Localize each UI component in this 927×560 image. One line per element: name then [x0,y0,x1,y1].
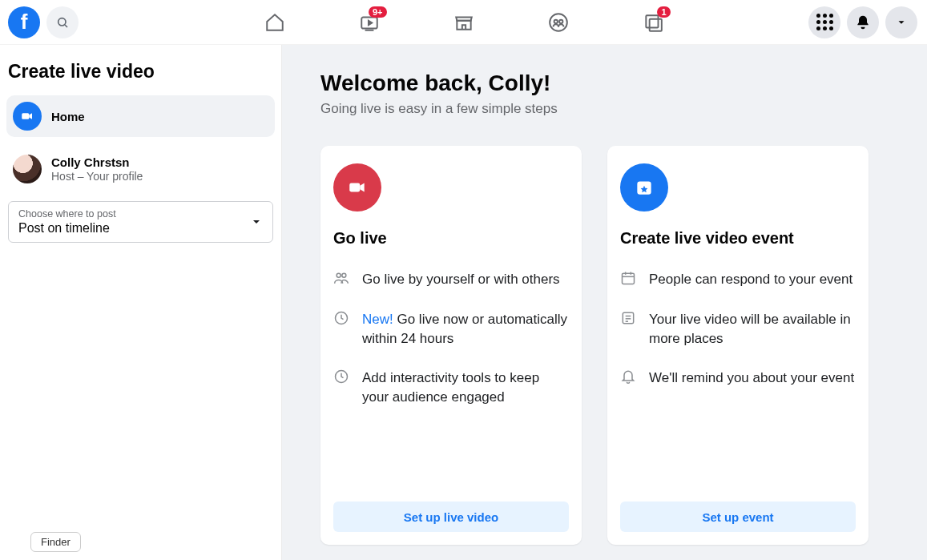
event-icon-bubble [620,163,668,212]
go-live-feature-1-text: Go live by yourself or with others [362,270,560,289]
camcorder-icon [347,177,368,198]
finder-tooltip: Finder [30,532,81,552]
avatar [13,155,42,183]
menu-button[interactable] [808,6,840,38]
setup-event-button[interactable]: Set up event [620,502,856,532]
go-live-feature-2-text: New! Go live now or automatically within… [362,310,569,348]
groups-icon [548,12,569,33]
welcome-heading: Welcome back, Colly! [320,71,889,96]
nav-marketplace[interactable] [445,3,483,42]
ad-badge: 1 [657,6,670,18]
svg-rect-9 [649,18,661,30]
facebook-logo[interactable]: f [8,6,40,38]
sidebar-item-host[interactable]: Colly Chrstsn Host – Your profile [6,148,275,190]
dropdown-label: Choose where to post [18,208,116,220]
svg-marker-3 [368,20,371,24]
host-role: Host – Your profile [51,170,143,183]
bell-icon [855,14,871,30]
go-live-title: Go live [333,229,569,248]
go-live-feature-2: New! Go live now or automatically within… [333,310,569,348]
svg-point-0 [58,18,66,25]
svg-line-1 [65,25,67,27]
nav-ad-center[interactable]: 1 [634,3,672,42]
setup-live-video-button[interactable]: Set up live video [333,502,569,532]
camcorder-icon [20,109,34,123]
watch-badge: 9+ [369,6,387,18]
nav-groups[interactable] [539,3,578,42]
host-name: Colly Chrstsn [51,155,143,169]
clock-icon [333,369,349,385]
sidebar-home-label: Home [51,110,85,123]
svg-rect-8 [646,15,658,27]
go-live-icon-bubble [333,163,381,212]
marketplace-icon [453,12,474,33]
sidebar: Create live video Home Colly Chrstsn Hos… [0,45,282,560]
svg-point-6 [554,19,557,22]
nav-home[interactable] [256,3,294,42]
search-icon [56,16,69,29]
calendar-icon [620,270,636,286]
card-create-event: Create live video event People can respo… [607,146,869,545]
event-title: Create live video event [620,229,856,248]
home-icon [264,12,285,33]
top-nav: f 9+ 1 [0,0,927,45]
event-feature-3: We'll remind you about your event [620,369,856,388]
card-go-live: Go live Go live by yourself or with othe… [320,146,582,545]
go-live-feature-3: Add interactivity tools to keep your aud… [333,369,569,407]
go-live-feature-1: Go live by yourself or with others [333,270,569,289]
notifications-button[interactable] [847,6,879,38]
menu-grid-icon [816,14,833,30]
caret-down-icon [896,17,907,28]
event-feature-2-text: Your live video will be available in mor… [649,310,856,348]
welcome-subtitle: Going live is easy in a few simple steps [320,101,889,117]
account-button[interactable] [885,6,917,38]
caret-down-icon [250,216,263,228]
new-tag: New! [362,312,393,327]
main-content: Welcome back, Colly! Going live is easy … [282,45,927,560]
bell-outline-icon [620,369,636,385]
svg-rect-10 [22,113,29,119]
event-feature-3-text: We'll remind you about your event [649,369,854,388]
svg-rect-11 [349,183,360,192]
news-icon [620,310,636,326]
sidebar-title: Create live video [8,61,275,83]
people-icon [333,270,349,286]
svg-point-7 [559,19,562,22]
post-destination-dropdown[interactable]: Choose where to post Post on timeline [8,201,273,243]
clock-icon [333,310,349,326]
event-feature-2: Your live video will be available in mor… [620,310,856,348]
go-live-feature-3-text: Add interactivity tools to keep your aud… [362,369,569,407]
nav-watch[interactable]: 9+ [350,3,389,42]
search-button[interactable] [46,6,79,38]
calendar-star-icon [634,177,655,198]
event-feature-1-text: People can respond to your event [649,270,852,289]
svg-point-12 [337,273,341,277]
dropdown-value: Post on timeline [18,221,116,236]
svg-rect-19 [623,273,635,284]
event-feature-1: People can respond to your event [620,270,856,289]
sidebar-item-home[interactable]: Home [6,95,275,137]
camera-icon-bubble [13,102,42,131]
svg-point-13 [342,273,346,277]
svg-point-5 [550,14,567,31]
